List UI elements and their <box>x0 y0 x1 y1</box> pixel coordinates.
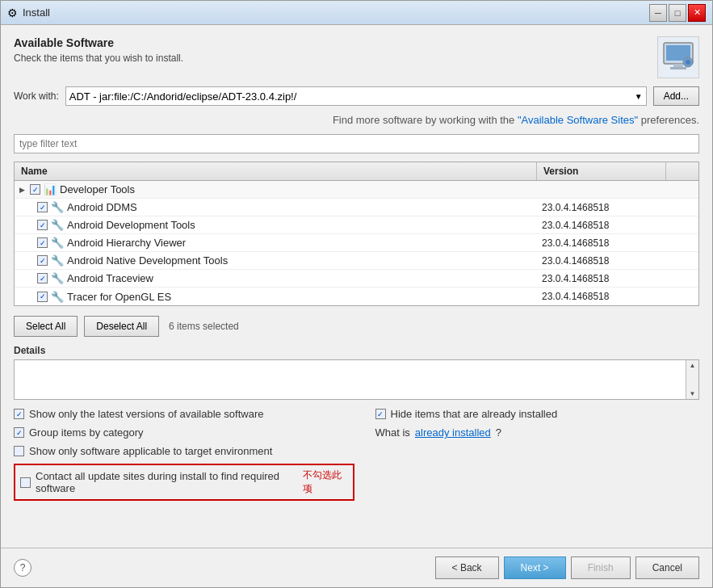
available-software-sites-link[interactable]: "Available Software Sites" <box>518 114 638 126</box>
child-version-cell: 23.0.4.1468518 <box>537 200 666 215</box>
add-button[interactable]: Add... <box>653 86 699 106</box>
page-subtitle: Check the items that you wish to install… <box>14 52 183 64</box>
parent-extra-cell <box>666 188 698 191</box>
table-row: 🔧 Android Traceview 23.0.4.1468518 <box>15 270 698 288</box>
note-text: 不勾选此项 <box>303 468 347 496</box>
svg-point-5 <box>686 60 690 65</box>
name-column-header: Name <box>15 162 537 180</box>
details-scrollbar: ▲ ▼ <box>686 360 698 399</box>
table-row: 🔧 Tracer for OpenGL ES 23.0.4.1468518 <box>15 288 698 305</box>
show-applicable-checkbox[interactable] <box>14 446 24 456</box>
show-applicable-label: Show only software applicable to target … <box>29 445 272 457</box>
details-section: Details ▲ ▼ <box>14 345 699 400</box>
details-box: ▲ ▼ <box>14 359 699 400</box>
item-checkbox[interactable] <box>37 255 48 266</box>
work-with-dropdown[interactable]: ADT - jar:file:/C:/Andorid/eclipse/ADT-2… <box>65 86 647 106</box>
finish-button[interactable]: Finish <box>571 556 631 579</box>
item-icon: 🔧 <box>51 254 64 267</box>
show-latest-label: Show only the latest versions of availab… <box>29 408 264 420</box>
install-window: ⚙ Install ─ □ ✕ Available Software Check… <box>0 0 713 588</box>
group-by-category-checkbox[interactable] <box>14 427 24 438</box>
back-button[interactable]: < Back <box>435 556 499 579</box>
table-row: 🔧 Android DDMS 23.0.4.1468518 <box>15 199 698 216</box>
window-icon: ⚙ <box>7 6 18 19</box>
footer-left: ? <box>14 559 31 577</box>
table-body: ▶ 📊 Developer Tools 🔧 Android DDMS <box>15 181 698 305</box>
item-label: Android Hierarchy Viewer <box>67 237 186 249</box>
parent-label: Developer Tools <box>60 183 135 195</box>
details-label: Details <box>14 345 699 356</box>
what-is-text: What is <box>375 426 410 439</box>
maximize-button[interactable]: □ <box>669 4 686 22</box>
contact-sites-checkbox[interactable] <box>20 477 31 488</box>
item-checkbox[interactable] <box>37 202 48 212</box>
footer-right: < Back Next > Finish Cancel <box>435 556 699 579</box>
page-title: Available Software <box>14 36 183 49</box>
child-name-cell: 🔧 Android Traceview <box>15 271 537 286</box>
contact-sites-label: Contact all update sites during install … <box>36 470 298 494</box>
child-version-cell: 23.0.4.1468518 <box>537 289 666 304</box>
child-version-cell: 23.0.4.1468518 <box>537 271 666 286</box>
header-text: Available Software Check the items that … <box>14 36 183 64</box>
child-extra-cell <box>666 295 698 298</box>
item-checkbox[interactable] <box>37 292 48 302</box>
action-row: Select All Deselect All 6 items selected <box>14 314 699 337</box>
window-controls: ─ □ ✕ <box>649 4 706 22</box>
parent-version-cell <box>537 188 666 191</box>
filter-input[interactable] <box>14 134 699 153</box>
child-version-cell: 23.0.4.1468518 <box>537 254 666 268</box>
close-button[interactable]: ✕ <box>688 4 706 22</box>
help-button[interactable]: ? <box>14 559 31 577</box>
deselect-all-button[interactable]: Deselect All <box>84 316 159 337</box>
table-row: 🔧 Android Hierarchy Viewer 23.0.4.146851… <box>15 234 698 252</box>
child-extra-cell <box>666 224 698 227</box>
table-row: 🔧 Android Native Development Tools 23.0.… <box>15 252 698 270</box>
item-icon: 🔧 <box>51 201 64 213</box>
collapse-arrow-icon[interactable]: ▶ <box>19 186 25 194</box>
item-checkbox[interactable] <box>37 273 48 284</box>
child-extra-cell <box>666 242 698 245</box>
next-button[interactable]: Next > <box>504 556 566 579</box>
hide-installed-label: Hide items that are already installed <box>391 408 558 420</box>
show-latest-checkbox[interactable] <box>14 409 24 419</box>
group-by-category-option: Group items by category <box>14 426 354 439</box>
software-tree-table: Name Version ▶ 📊 Developer Tools <box>14 162 699 306</box>
item-label: Android Native Development Tools <box>67 254 228 267</box>
show-latest-option: Show only the latest versions of availab… <box>14 408 354 420</box>
child-extra-cell <box>666 259 698 262</box>
header-icon <box>657 36 699 78</box>
scroll-up-icon[interactable]: ▲ <box>690 362 696 369</box>
table-row: 🔧 Android Development Tools 23.0.4.14685… <box>15 216 698 234</box>
already-installed-link[interactable]: already installed <box>415 426 491 439</box>
minimize-button[interactable]: ─ <box>649 4 667 22</box>
scroll-down-icon[interactable]: ▼ <box>690 390 696 397</box>
cancel-button[interactable]: Cancel <box>635 556 699 579</box>
titlebar: ⚙ Install ─ □ ✕ <box>1 1 712 25</box>
item-icon: 🔧 <box>51 237 64 249</box>
child-name-cell: 🔧 Tracer for OpenGL ES <box>15 289 537 304</box>
options-section: Show only the latest versions of availab… <box>14 408 699 501</box>
content-area: Available Software Check the items that … <box>1 25 712 548</box>
child-name-cell: 🔧 Android DDMS <box>15 200 537 215</box>
find-more-text: Find more software by working with the "… <box>14 114 699 126</box>
child-name-cell: 🔧 Android Native Development Tools <box>15 253 537 268</box>
hide-installed-checkbox[interactable] <box>375 409 386 419</box>
work-with-row: Work with: ADT - jar:file:/C:/Andorid/ec… <box>14 86 699 106</box>
parent-checkbox[interactable] <box>30 184 40 195</box>
child-version-cell: 23.0.4.1468518 <box>537 218 666 233</box>
selected-count-label: 6 items selected <box>169 321 239 332</box>
hide-installed-option: Hide items that are already installed <box>375 408 700 420</box>
what-is-installed-option: What is already installed ? <box>375 426 700 439</box>
svg-rect-2 <box>673 64 683 67</box>
item-checkbox[interactable] <box>37 220 48 230</box>
work-with-value: ADT - jar:file:/C:/Andorid/eclipse/ADT-2… <box>69 90 297 103</box>
window-title: Install <box>23 6 649 19</box>
item-checkbox[interactable] <box>37 237 48 248</box>
item-icon: 🔧 <box>51 291 64 303</box>
group-by-category-label: Group items by category <box>29 426 144 439</box>
show-applicable-option: Show only software applicable to target … <box>14 445 354 457</box>
dropdown-arrow-icon: ▼ <box>635 92 643 101</box>
version-column-header: Version <box>537 162 666 180</box>
header-section: Available Software Check the items that … <box>14 36 699 78</box>
select-all-button[interactable]: Select All <box>14 316 78 337</box>
